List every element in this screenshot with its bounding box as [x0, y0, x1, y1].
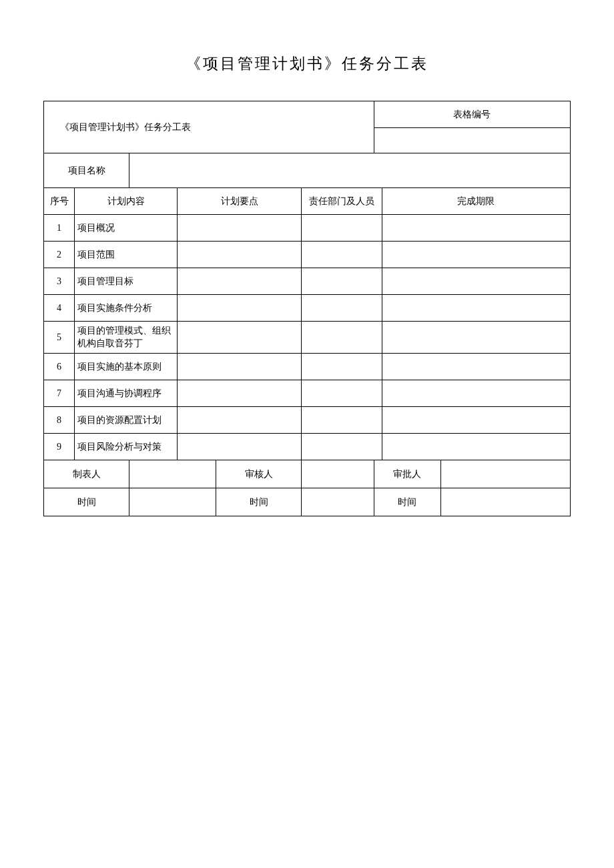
content-cell: 项目沟通与协调程序 [75, 380, 178, 407]
reviewer-label: 审核人 [216, 460, 302, 488]
deadline-cell [382, 434, 570, 460]
table-row: 4 项目实施条件分析 [44, 295, 571, 322]
content-cell: 项目实施的基本原则 [75, 354, 178, 380]
header-deadline: 完成期限 [382, 188, 570, 215]
points-cell [178, 322, 302, 354]
responsible-cell [302, 354, 382, 380]
seq-cell: 3 [44, 268, 75, 295]
responsible-cell [302, 242, 382, 268]
approver-value [440, 460, 570, 488]
table-row: 5 项目的管理模式、组织机构自取音芬丁 [44, 322, 571, 354]
time-row: 时间 时间 时间 [44, 488, 571, 516]
header-responsible: 责任部门及人员 [302, 188, 382, 215]
project-name-label: 项目名称 [44, 153, 129, 188]
seq-cell: 8 [44, 407, 75, 434]
responsible-cell [302, 295, 382, 322]
header-plan-content: 计划内容 [75, 188, 178, 215]
header-seq: 序号 [44, 188, 75, 215]
deadline-cell [382, 380, 570, 407]
approver-time-value [440, 488, 570, 516]
reviewer-value [302, 460, 374, 488]
task-assignment-table: 《项目管理计划书》任务分工表 表格编号 项目名称 序号 计划内容 计划要点 责任… [43, 101, 571, 516]
points-cell [178, 380, 302, 407]
points-cell [178, 268, 302, 295]
table-row: 6 项目实施的基本原则 [44, 354, 571, 380]
preparer-label: 制表人 [44, 460, 129, 488]
table-row: 8 项目的资源配置计划 [44, 407, 571, 434]
seq-cell: 2 [44, 242, 75, 268]
page-title: 《项目管理计划书》任务分工表 [43, 53, 571, 74]
deadline-cell [382, 295, 570, 322]
deadline-cell [382, 354, 570, 380]
preparer-value [129, 460, 216, 488]
reviewer-time-label: 时间 [216, 488, 302, 516]
seq-cell: 5 [44, 322, 75, 354]
table-row: 1 项目概况 [44, 215, 571, 242]
deadline-cell [382, 407, 570, 434]
form-number-value [374, 128, 570, 153]
seq-cell: 7 [44, 380, 75, 407]
responsible-cell [302, 380, 382, 407]
points-cell [178, 407, 302, 434]
approver-label: 审批人 [374, 460, 440, 488]
content-cell: 项目的管理模式、组织机构自取音芬丁 [75, 322, 178, 354]
table-row: 3 项目管理目标 [44, 268, 571, 295]
seq-cell: 4 [44, 295, 75, 322]
approver-time-label: 时间 [374, 488, 440, 516]
table-row: 7 项目沟通与协调程序 [44, 380, 571, 407]
content-cell: 项目实施条件分析 [75, 295, 178, 322]
points-cell [178, 354, 302, 380]
deadline-cell [382, 268, 570, 295]
signature-row: 制表人 审核人 审批人 [44, 460, 571, 488]
seq-cell: 6 [44, 354, 75, 380]
reviewer-time-value [302, 488, 374, 516]
project-name-value [129, 153, 571, 188]
content-cell: 项目范围 [75, 242, 178, 268]
responsible-cell [302, 407, 382, 434]
points-cell [178, 242, 302, 268]
subtitle-cell: 《项目管理计划书》任务分工表 [44, 101, 374, 153]
responsible-cell [302, 322, 382, 354]
seq-cell: 9 [44, 434, 75, 460]
points-cell [178, 434, 302, 460]
content-cell: 项目概况 [75, 215, 178, 242]
deadline-cell [382, 322, 570, 354]
responsible-cell [302, 215, 382, 242]
points-cell [178, 215, 302, 242]
preparer-time-value [129, 488, 216, 516]
table-row: 2 项目范围 [44, 242, 571, 268]
seq-cell: 1 [44, 215, 75, 242]
content-cell: 项目风险分析与对策 [75, 434, 178, 460]
responsible-cell [302, 268, 382, 295]
content-cell: 项目管理目标 [75, 268, 178, 295]
points-cell [178, 295, 302, 322]
table-row: 9 项目风险分析与对策 [44, 434, 571, 460]
deadline-cell [382, 242, 570, 268]
form-number-label: 表格编号 [374, 101, 570, 128]
responsible-cell [302, 434, 382, 460]
content-cell: 项目的资源配置计划 [75, 407, 178, 434]
header-plan-points: 计划要点 [178, 188, 302, 215]
preparer-time-label: 时间 [44, 488, 129, 516]
deadline-cell [382, 215, 570, 242]
